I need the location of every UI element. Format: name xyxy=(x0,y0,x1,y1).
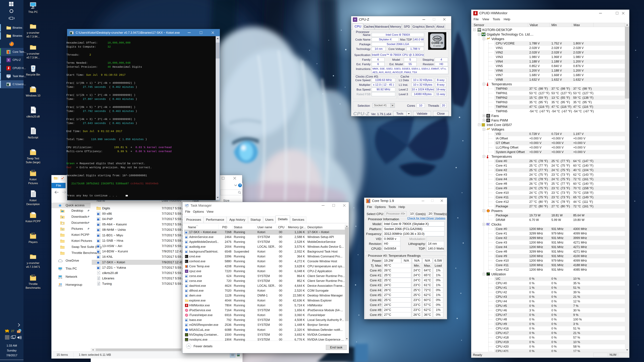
svg-text:CORE i9: CORE i9 xyxy=(432,41,443,44)
svg-text:X-series: X-series xyxy=(433,44,441,47)
svg-text:intel: intel xyxy=(434,37,440,40)
